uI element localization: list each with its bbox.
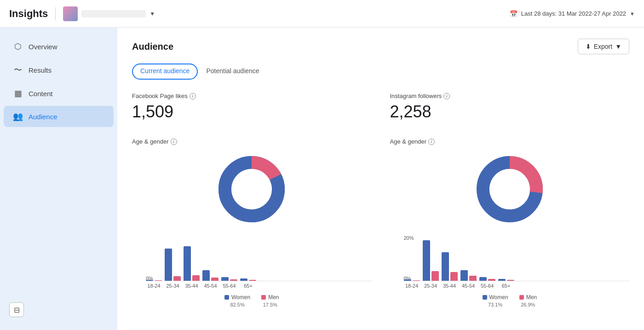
page-selector[interactable]: ▼: [63, 6, 155, 21]
page-title: Insights: [9, 8, 48, 20]
date-range-text: Last 28 days: 31 Mar 2022-27 Apr 2022: [521, 10, 626, 17]
instagram-chart-section: Age & gender i 20% 0%: [390, 138, 630, 307]
tab-potential-audience[interactable]: Potential audience: [198, 64, 267, 80]
facebook-chart-info-icon[interactable]: i: [171, 139, 177, 145]
svg-point-3: [231, 169, 272, 209]
audience-header: Audience ⬇ Export ▼: [132, 39, 629, 54]
facebook-bar-labels: 18-24 25-34 35-44 45-54 55-64 65+: [146, 283, 372, 289]
age-label-35-44-fb: 35-44: [184, 283, 200, 289]
legend-women-dot-fb: [224, 295, 229, 300]
legend-men-pct-fb: 17.5%: [263, 302, 277, 307]
sidebar-collapse-button[interactable]: ⊟: [9, 302, 24, 317]
bar-women-25-34-ig: [423, 240, 430, 281]
charts-row: Age & gender i: [132, 138, 629, 307]
audience-section-title: Audience: [132, 41, 173, 52]
bar-group-65plus-fb: [240, 278, 256, 281]
audience-icon: 👥: [13, 111, 23, 122]
bar-men-35-44-ig: [450, 272, 458, 281]
bar-group-55-64-fb: [221, 277, 237, 281]
date-range-selector[interactable]: 📅 Last 28 days: 31 Mar 2022-27 Apr 2022 …: [510, 10, 635, 17]
sidebar-label-results: Results: [29, 66, 52, 74]
bar-women-25-34-fb: [165, 249, 172, 281]
bar-group-18-24-ig: [404, 279, 420, 281]
age-label-65plus-ig: 65+: [498, 283, 514, 289]
bar-women-35-44-ig: [442, 252, 449, 281]
bar-men-65plus-ig: [507, 280, 514, 281]
legend-men-dot-fb: [261, 295, 266, 300]
legend-women-pct-ig: 73.1%: [488, 302, 502, 307]
age-label-18-24-fb: 18-24: [146, 283, 162, 289]
page-selector-dropdown-icon: ▼: [150, 11, 155, 17]
sidebar-item-audience[interactable]: 👥 Audience: [4, 106, 114, 127]
audience-tabs: Current audience Potential audience: [132, 64, 629, 80]
legend-men-dot-ig: [519, 295, 524, 300]
bar-men-65plus-fb: [249, 280, 256, 281]
bar-women-55-64-fb: [221, 277, 229, 281]
facebook-stat-info-icon[interactable]: i: [190, 93, 196, 99]
overview-icon: ⬡: [13, 41, 23, 52]
instagram-donut-container: [390, 152, 630, 226]
legend-women-label-fb: Women: [231, 294, 250, 301]
age-label-25-34-ig: 25-34: [423, 283, 439, 289]
app-body: ⬡ Overview 〜 Results ▦ Content 👥 Audienc…: [0, 28, 644, 330]
bar-women-65plus-ig: [498, 279, 506, 281]
age-label-45-54-ig: 45-54: [460, 283, 477, 289]
instagram-stat: Instagram followers i 2,258: [390, 93, 630, 122]
legend-men-label-ig: Men: [526, 294, 537, 301]
age-label-45-54-fb: 45-54: [202, 283, 218, 289]
sidebar-item-overview[interactable]: ⬡ Overview: [4, 36, 114, 57]
bar-group-45-54-ig: [460, 270, 477, 281]
facebook-stat: Facebook Page likes i 1,509: [132, 93, 372, 122]
sidebar-item-content[interactable]: ▦ Content: [4, 83, 114, 104]
results-icon: 〜: [13, 64, 23, 75]
sidebar: ⬡ Overview 〜 Results ▦ Content 👥 Audienc…: [0, 28, 117, 330]
sidebar-label-content: Content: [29, 90, 53, 98]
bar-group-35-44-fb: [184, 246, 200, 281]
bar-women-55-64-ig: [479, 277, 487, 281]
legend-women-dot-ig: [483, 295, 487, 300]
export-button[interactable]: ⬇ Export ▼: [578, 39, 629, 54]
legend-women-ig: Women 73.1%: [483, 294, 508, 307]
export-dropdown-icon: ▼: [615, 43, 621, 50]
page-avatar: [63, 6, 78, 21]
instagram-stat-value: 2,258: [390, 102, 630, 122]
stats-row: Facebook Page likes i 1,509 Instagram fo…: [132, 93, 629, 122]
instagram-chart-info-icon[interactable]: i: [428, 139, 435, 145]
header-divider: [55, 7, 56, 20]
instagram-stat-info-icon[interactable]: i: [443, 93, 450, 99]
bar-men-35-44-fb: [192, 275, 200, 281]
bar-group-25-34-fb: [165, 249, 181, 281]
main-content: Audience ⬇ Export ▼ Current audience Pot…: [117, 28, 644, 330]
bar-men-18-24-fb: [155, 280, 162, 281]
legend-men-ig: Men 26.9%: [519, 294, 537, 307]
legend-women-label-ig: Women: [489, 294, 508, 301]
sidebar-bottom: ⊟: [0, 297, 117, 323]
instagram-bar-chart-container: 20% 0%: [390, 235, 630, 289]
bar-women-35-44-fb: [184, 246, 191, 281]
sidebar-item-results[interactable]: 〜 Results: [4, 59, 114, 81]
tab-current-audience[interactable]: Current audience: [132, 64, 198, 80]
bar-women-45-54-ig: [460, 270, 468, 281]
bar-group-65plus-ig: [498, 279, 514, 281]
bar-men-55-64-fb: [230, 279, 237, 281]
age-label-18-24-ig: 18-24: [404, 283, 420, 289]
legend-men-fb: Men 17.5%: [261, 294, 279, 307]
header: Insights ▼ 📅 Last 28 days: 31 Mar 2022-2…: [0, 0, 644, 28]
age-label-65plus-fb: 65+: [240, 283, 256, 289]
legend-women-fb: Women 82.5%: [224, 294, 250, 307]
bar-women-65plus-fb: [240, 278, 247, 281]
instagram-bar-labels: 18-24 25-34 35-44 45-54 55-64 65+: [404, 283, 630, 289]
age-label-55-64-fb: 55-64: [221, 283, 237, 289]
legend-women-pct-fb: 82.5%: [230, 302, 244, 307]
bar-men-25-34-fb: [173, 276, 181, 281]
facebook-legend: Women 82.5% Men 17.5%: [132, 294, 372, 307]
facebook-bar-chart: [146, 235, 372, 281]
instagram-stat-label: Instagram followers i: [390, 93, 630, 99]
calendar-icon: 📅: [510, 10, 518, 17]
facebook-chart-section: Age & gender i: [132, 138, 372, 307]
legend-men-label-fb: Men: [268, 294, 279, 301]
age-label-35-44-ig: 35-44: [442, 283, 458, 289]
instagram-bar-chart: [404, 235, 630, 281]
content-icon: ▦: [13, 88, 23, 98]
bar-men-55-64-ig: [488, 279, 495, 281]
